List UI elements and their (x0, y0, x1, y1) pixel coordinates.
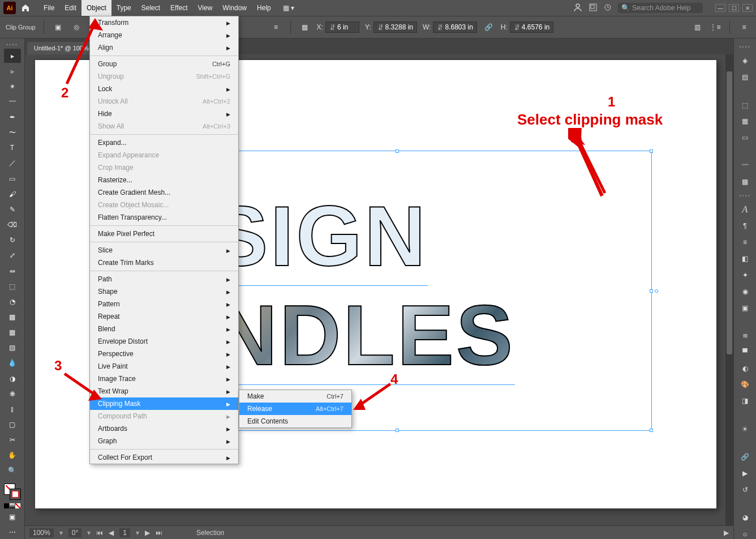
width-tool[interactable]: ⇔ (4, 264, 21, 278)
menu-item-graph[interactable]: Graph (90, 435, 238, 447)
type-tool[interactable]: T (4, 141, 21, 155)
clipping-mask-submenu[interactable]: MakeCtrl+7ReleaseAlt+Ctrl+7Edit Contents (239, 390, 352, 428)
shape-builder-tool[interactable]: ◔ (4, 294, 21, 309)
shaper-tool[interactable]: ✎ (4, 202, 21, 216)
gradient-panel-icon[interactable]: ▀ (739, 346, 751, 357)
free-transform-tool[interactable]: ⬚ (4, 279, 21, 293)
column-graph-tool[interactable]: ⫿ (4, 402, 21, 416)
artboard-nav-first[interactable]: ⏮ (96, 529, 103, 537)
search-input[interactable]: 🔍Search Adobe Help (618, 3, 703, 13)
menu-item-envelope-distort[interactable]: Envelope Distort (90, 335, 238, 348)
menu-item-artboards[interactable]: Artboards (90, 422, 238, 435)
fill-stroke-swatches[interactable] (4, 484, 21, 500)
menu-item-create-trim-marks[interactable]: Create Trim Marks (90, 256, 238, 269)
y-field[interactable]: Y:⭿8.3288 in (365, 22, 417, 33)
stroke-panel-icon[interactable]: ≋ (739, 330, 751, 341)
magic-wand-tool[interactable]: ✴ (4, 79, 21, 93)
menu-item-group[interactable]: GroupCtrl+G (90, 58, 238, 70)
direct-selection-tool[interactable]: ▹ (4, 64, 21, 78)
selection-tool[interactable]: ▸ (4, 49, 21, 63)
libraries-panel-icon[interactable]: ⬚ (739, 100, 751, 110)
zoom-tool[interactable]: 🔍 (4, 464, 21, 478)
transform-panel-icon[interactable]: ✦ (739, 270, 751, 280)
menu-item-release[interactable]: ReleaseAlt+Ctrl+7 (239, 403, 351, 415)
maximize-button[interactable]: ☐ (729, 4, 739, 12)
artboard-nav-next[interactable]: ▶ (145, 529, 150, 537)
status-more[interactable]: ▶ (724, 529, 729, 537)
menu-item-path[interactable]: Path (90, 273, 238, 285)
menu-item-repeat[interactable]: Repeat (90, 310, 238, 323)
menu-effect[interactable]: Effect (165, 0, 192, 16)
w-field[interactable]: W:⭿8.6803 in (423, 22, 477, 33)
menu-item-make-pixel-perfect[interactable]: Make Pixel Perfect (90, 228, 238, 240)
slice-tool[interactable]: ✂ (4, 433, 21, 447)
menu-type[interactable]: Type (111, 0, 136, 16)
mesh-tool[interactable]: ▦ (4, 326, 21, 340)
minimize-button[interactable]: — (715, 4, 725, 12)
lasso-tool[interactable]: 〰 (4, 95, 21, 109)
asset-export-icon[interactable]: ▦ (739, 116, 751, 127)
menu-item-slice[interactable]: Slice (90, 244, 238, 256)
search-help-icon[interactable] (603, 3, 612, 14)
symbol-sprayer-tool[interactable]: ❋ (4, 387, 21, 401)
close-button[interactable]: ✕ (742, 4, 753, 12)
artboards-panel-icon[interactable]: ▭ (739, 132, 751, 143)
gradient-tool[interactable]: ▤ (4, 341, 21, 355)
eraser-tool[interactable]: ⌫ (4, 218, 21, 232)
menu-item-create-gradient-mesh-[interactable]: Create Gradient Mesh... (90, 186, 238, 199)
arrange-docs-icon[interactable] (589, 3, 598, 14)
screen-mode-tool[interactable]: ▣ (4, 510, 21, 524)
menu-item-lock[interactable]: Lock (90, 83, 238, 95)
menu-item-clipping-mask[interactable]: Clipping Mask (90, 397, 238, 410)
graphic-styles-panel-icon[interactable]: ▣ (739, 302, 751, 313)
menu-item-blend[interactable]: Blend (90, 323, 238, 335)
symbols-panel-icon[interactable]: ☀ (739, 424, 751, 434)
scale-tool[interactable]: ⤢ (4, 249, 21, 263)
menu-item-flatten-transparency-[interactable]: Flatten Transparency... (90, 211, 238, 224)
menu-item-collect-for-export[interactable]: Collect For Export (90, 451, 238, 464)
menu-item-perspective[interactable]: Perspective (90, 348, 238, 360)
menu-help[interactable]: Help (252, 0, 276, 16)
edit-toolbar[interactable]: ⋯ (4, 525, 21, 539)
color-themes-panel-icon[interactable]: ◕ (739, 512, 751, 523)
artboard-number[interactable]: 1 (119, 528, 130, 537)
pen-tool[interactable]: ✒ (4, 110, 21, 125)
panel-menu-icon[interactable]: ≡ (738, 21, 750, 33)
edit-contents-icon[interactable]: ◎ (70, 21, 83, 33)
blend-tool[interactable]: ◑ (4, 371, 21, 386)
menu-select[interactable]: Select (136, 0, 165, 16)
home-icon[interactable] (19, 2, 32, 14)
perspective-grid-tool[interactable]: ▩ (4, 310, 21, 324)
color-mode-row[interactable] (4, 503, 20, 508)
properties-panel-icon[interactable]: ◈ (739, 55, 751, 66)
rotate-view[interactable]: 0° (68, 528, 81, 537)
pathfinder-panel-icon[interactable]: ◧ (739, 254, 751, 264)
menu-object[interactable]: Object (81, 0, 111, 16)
menu-file[interactable]: File (38, 0, 59, 16)
artboard-tool[interactable]: ▢ (4, 417, 21, 431)
links-panel-icon[interactable]: 🔗 (739, 451, 751, 462)
artboard-nav-prev[interactable]: ◀ (109, 529, 114, 537)
user-icon[interactable] (573, 2, 583, 14)
line-tool[interactable]: ／ (4, 156, 21, 170)
menu-item-transform[interactable]: Transform (90, 16, 238, 29)
menu-view[interactable]: View (193, 0, 218, 16)
eyedropper-tool[interactable]: 💧 (4, 356, 21, 370)
transparency-panel-icon[interactable]: ◐ (739, 363, 751, 374)
rectangle-tool[interactable]: ▭ (4, 172, 21, 186)
align-icon[interactable]: ≡ (270, 21, 282, 33)
workspace-switcher-icon[interactable]: ▦ ▾ (283, 4, 300, 12)
recolor-panel-icon[interactable]: ☼ (739, 528, 751, 539)
menu-item-hide[interactable]: Hide (90, 108, 238, 120)
align-panel-icon[interactable]: ≡ (739, 237, 751, 248)
brushes-panel-icon[interactable]: 〰 (739, 160, 751, 171)
transform-ref-icon[interactable]: ▦ (299, 21, 311, 33)
curvature-tool[interactable]: 〜 (4, 126, 21, 140)
history-panel-icon[interactable]: ↺ (739, 484, 751, 495)
appearance-panel-icon[interactable]: ◉ (739, 286, 751, 297)
menu-window[interactable]: Window (217, 0, 252, 16)
object-menu-dropdown[interactable]: TransformArrangeAlignGroupCtrl+GUngroupS… (89, 16, 239, 464)
menu-edit[interactable]: Edit (59, 0, 81, 16)
menu-item-align[interactable]: Align (90, 41, 238, 54)
color-panel-icon[interactable]: 🎨 (739, 379, 751, 390)
